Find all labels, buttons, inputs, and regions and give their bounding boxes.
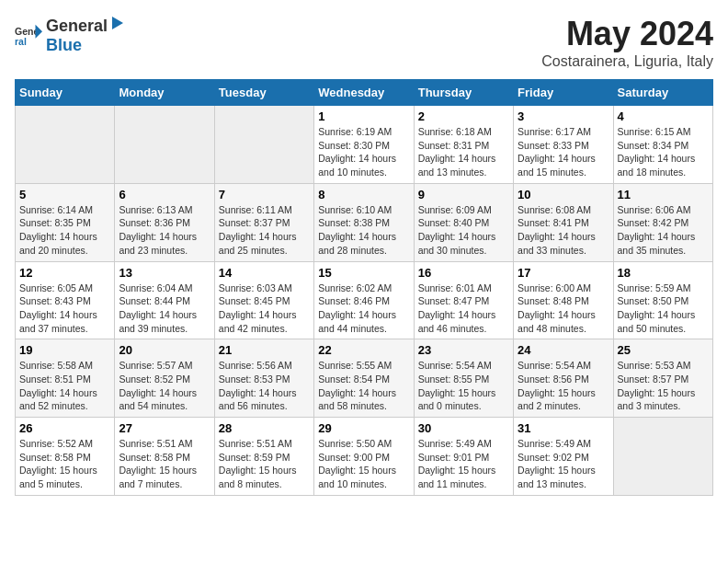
sunset-time: Sunset: 9:00 PM <box>318 452 390 463</box>
day-number: 3 <box>518 109 609 123</box>
sunset-time: Sunset: 8:36 PM <box>119 217 190 228</box>
day-number: 25 <box>618 343 709 357</box>
calendar-cell <box>214 106 313 184</box>
sunrise-time: Sunrise: 6:02 AM <box>318 282 392 293</box>
daylight-hours: Daylight: 14 hours and 23 minutes. <box>119 231 197 256</box>
day-info: Sunrise: 6:18 AM Sunset: 8:31 PM Dayligh… <box>418 125 509 179</box>
sunset-time: Sunset: 8:34 PM <box>618 140 689 151</box>
day-info: Sunrise: 6:01 AM Sunset: 8:47 PM Dayligh… <box>418 282 509 336</box>
sunrise-time: Sunrise: 6:00 AM <box>518 282 591 293</box>
daylight-hours: Daylight: 14 hours and 52 minutes. <box>19 387 97 412</box>
day-info: Sunrise: 5:52 AM Sunset: 8:58 PM Dayligh… <box>19 437 110 491</box>
day-info: Sunrise: 6:05 AM Sunset: 8:43 PM Dayligh… <box>19 282 110 336</box>
sunrise-time: Sunrise: 5:51 AM <box>219 438 292 449</box>
calendar-cell: 3 Sunrise: 6:17 AM Sunset: 8:33 PM Dayli… <box>514 106 613 184</box>
logo-icon: Gene ral <box>15 21 42 49</box>
day-number: 10 <box>518 188 609 201</box>
day-number: 8 <box>318 188 409 201</box>
sunrise-time: Sunrise: 5:57 AM <box>119 360 192 371</box>
day-info: Sunrise: 6:10 AM Sunset: 8:38 PM Dayligh… <box>318 203 409 258</box>
calendar-cell: 5 Sunrise: 6:14 AM Sunset: 8:35 PM Dayli… <box>16 183 115 261</box>
logo-blue: Blue <box>46 36 82 54</box>
day-number: 13 <box>119 266 210 280</box>
sunset-time: Sunset: 8:52 PM <box>119 373 190 385</box>
sunrise-time: Sunrise: 6:11 AM <box>219 204 292 215</box>
day-number: 19 <box>19 343 110 357</box>
sunset-time: Sunset: 8:35 PM <box>19 217 91 228</box>
sunset-time: Sunset: 8:31 PM <box>418 140 490 151</box>
daylight-hours: Daylight: 15 hours and 7 minutes. <box>119 465 197 489</box>
day-number: 7 <box>219 188 310 201</box>
sunrise-time: Sunrise: 6:08 AM <box>518 204 591 215</box>
logo-arrow-icon <box>108 15 125 31</box>
sunset-time: Sunset: 8:54 PM <box>318 373 390 385</box>
day-number: 24 <box>518 343 609 357</box>
day-info: Sunrise: 5:54 AM Sunset: 8:55 PM Dayligh… <box>418 359 509 413</box>
daylight-hours: Daylight: 14 hours and 50 minutes. <box>618 309 696 334</box>
day-info: Sunrise: 6:11 AM Sunset: 8:37 PM Dayligh… <box>219 203 310 258</box>
calendar-cell: 9 Sunrise: 6:09 AM Sunset: 8:40 PM Dayli… <box>414 183 513 261</box>
logo-general: General <box>46 17 108 36</box>
weekday-header-row: SundayMondayTuesdayWednesdayThursdayFrid… <box>16 80 713 106</box>
day-info: Sunrise: 5:56 AM Sunset: 8:53 PM Dayligh… <box>219 359 310 413</box>
calendar-cell: 7 Sunrise: 6:11 AM Sunset: 8:37 PM Dayli… <box>214 183 313 261</box>
sunrise-time: Sunrise: 6:10 AM <box>318 204 392 215</box>
day-number: 12 <box>19 266 110 280</box>
sunset-time: Sunset: 8:55 PM <box>418 373 490 385</box>
sunset-time: Sunset: 8:30 PM <box>318 140 390 151</box>
sunset-time: Sunset: 8:37 PM <box>219 217 290 228</box>
calendar-cell: 27 Sunrise: 5:51 AM Sunset: 8:58 PM Dayl… <box>115 418 214 496</box>
day-info: Sunrise: 6:03 AM Sunset: 8:45 PM Dayligh… <box>219 282 310 336</box>
weekday-header-wednesday: Wednesday <box>314 80 414 106</box>
day-number: 29 <box>318 421 409 435</box>
calendar-cell: 25 Sunrise: 5:53 AM Sunset: 8:57 PM Dayl… <box>613 339 712 418</box>
day-number: 27 <box>119 421 210 435</box>
day-number: 11 <box>618 188 709 201</box>
sunset-time: Sunset: 8:50 PM <box>618 295 689 306</box>
day-info: Sunrise: 5:58 AM Sunset: 8:51 PM Dayligh… <box>19 359 110 413</box>
sunrise-time: Sunrise: 6:09 AM <box>418 204 492 215</box>
sunrise-time: Sunrise: 6:17 AM <box>518 126 591 137</box>
calendar-cell: 6 Sunrise: 6:13 AM Sunset: 8:36 PM Dayli… <box>115 183 214 261</box>
daylight-hours: Daylight: 14 hours and 44 minutes. <box>318 309 396 334</box>
day-number: 14 <box>219 266 310 280</box>
page-header: Gene ral General Blue May 2024 Costarain… <box>15 15 713 70</box>
calendar-cell: 28 Sunrise: 5:51 AM Sunset: 8:59 PM Dayl… <box>214 418 313 496</box>
sunset-time: Sunset: 9:01 PM <box>418 452 490 463</box>
sunrise-time: Sunrise: 6:03 AM <box>219 282 292 293</box>
day-number: 21 <box>219 343 310 357</box>
day-info: Sunrise: 6:00 AM Sunset: 8:48 PM Dayligh… <box>518 282 609 336</box>
day-info: Sunrise: 6:04 AM Sunset: 8:44 PM Dayligh… <box>119 282 210 336</box>
sunrise-time: Sunrise: 6:01 AM <box>418 282 492 293</box>
day-number: 6 <box>119 188 210 201</box>
calendar-cell: 12 Sunrise: 6:05 AM Sunset: 8:43 PM Dayl… <box>16 261 115 339</box>
logo: Gene ral General Blue <box>15 15 126 55</box>
calendar-cell: 23 Sunrise: 5:54 AM Sunset: 8:55 PM Dayl… <box>414 339 513 418</box>
day-number: 15 <box>318 266 409 280</box>
day-number: 31 <box>518 421 609 435</box>
day-number: 28 <box>219 421 310 435</box>
calendar-cell: 2 Sunrise: 6:18 AM Sunset: 8:31 PM Dayli… <box>414 106 513 184</box>
sunset-time: Sunset: 8:41 PM <box>518 217 589 228</box>
day-number: 9 <box>418 188 509 201</box>
calendar-cell: 24 Sunrise: 5:54 AM Sunset: 8:56 PM Dayl… <box>514 339 613 418</box>
sunrise-time: Sunrise: 5:51 AM <box>119 438 192 449</box>
day-number: 5 <box>19 188 110 201</box>
sunrise-time: Sunrise: 6:06 AM <box>618 204 691 215</box>
week-row-5: 26 Sunrise: 5:52 AM Sunset: 8:58 PM Dayl… <box>16 418 713 496</box>
daylight-hours: Daylight: 14 hours and 25 minutes. <box>219 231 297 256</box>
day-info: Sunrise: 5:51 AM Sunset: 8:59 PM Dayligh… <box>219 437 310 491</box>
calendar-cell: 14 Sunrise: 6:03 AM Sunset: 8:45 PM Dayl… <box>214 261 313 339</box>
day-info: Sunrise: 6:17 AM Sunset: 8:33 PM Dayligh… <box>518 125 609 179</box>
day-number: 22 <box>318 343 409 357</box>
day-number: 2 <box>418 109 509 123</box>
day-number: 20 <box>119 343 210 357</box>
calendar-cell: 26 Sunrise: 5:52 AM Sunset: 8:58 PM Dayl… <box>16 418 115 496</box>
calendar-cell: 4 Sunrise: 6:15 AM Sunset: 8:34 PM Dayli… <box>613 106 712 184</box>
calendar-cell: 20 Sunrise: 5:57 AM Sunset: 8:52 PM Dayl… <box>115 339 214 418</box>
sunrise-time: Sunrise: 5:49 AM <box>518 438 591 449</box>
day-info: Sunrise: 5:55 AM Sunset: 8:54 PM Dayligh… <box>318 359 409 413</box>
weekday-header-friday: Friday <box>514 80 613 106</box>
weekday-header-monday: Monday <box>115 80 214 106</box>
daylight-hours: Daylight: 14 hours and 58 minutes. <box>318 387 396 412</box>
